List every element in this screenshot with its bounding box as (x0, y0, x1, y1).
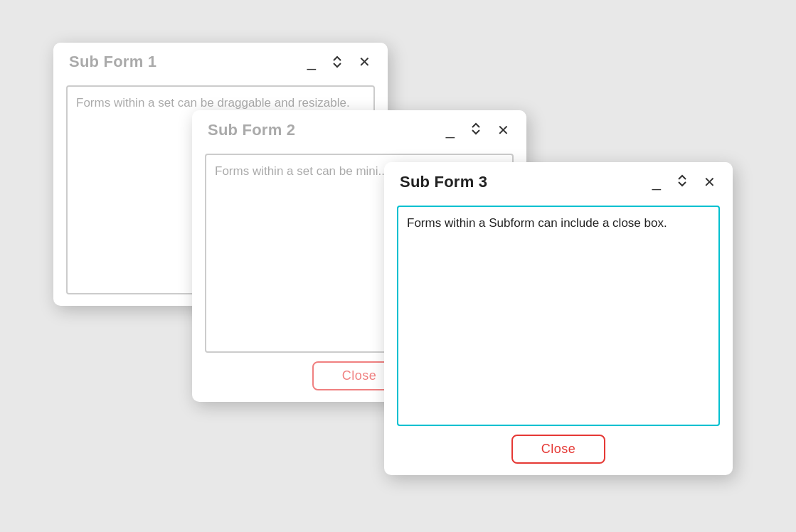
minimize-icon: _ (652, 174, 661, 190)
form1-title: Sub Form 1 (69, 53, 296, 71)
form3-close-action-button[interactable]: Close (511, 435, 606, 464)
form2-resize-button[interactable] (466, 120, 486, 139)
form1-minimize-button[interactable]: _ (303, 53, 320, 71)
form3-body: Forms within a Subform can include a clo… (384, 198, 733, 475)
minimize-icon: _ (446, 122, 455, 138)
chevron-updown-icon (470, 122, 482, 138)
form2-title-bar: Sub Form 2 _ ✕ (192, 110, 526, 147)
close-icon: ✕ (359, 55, 371, 69)
form3-textarea[interactable]: Forms within a Subform can include a clo… (397, 206, 720, 426)
form2-minimize-button[interactable]: _ (442, 121, 459, 139)
form3-title-bar: Sub Form 3 _ ✕ (384, 162, 733, 198)
form1-resize-button[interactable] (327, 53, 347, 71)
chevron-updown-icon (676, 174, 688, 190)
minimize-icon: _ (307, 54, 316, 70)
form1-title-bar: Sub Form 1 _ ✕ (53, 43, 388, 78)
form3-close-button[interactable]: ✕ (699, 174, 720, 191)
form3-minimize-button[interactable]: _ (648, 173, 665, 191)
form2-title: Sub Form 2 (208, 121, 435, 139)
form1-close-button[interactable]: ✕ (354, 53, 375, 70)
close-icon: ✕ (497, 123, 509, 137)
close-icon: ✕ (704, 175, 716, 189)
form2-close-button[interactable]: ✕ (493, 122, 514, 139)
form3-resize-button[interactable] (672, 172, 692, 191)
form3-title: Sub Form 3 (400, 173, 641, 191)
sub-form-3: Sub Form 3 _ ✕ Forms within a Subform ca… (384, 162, 733, 475)
chevron-updown-icon (331, 54, 343, 70)
